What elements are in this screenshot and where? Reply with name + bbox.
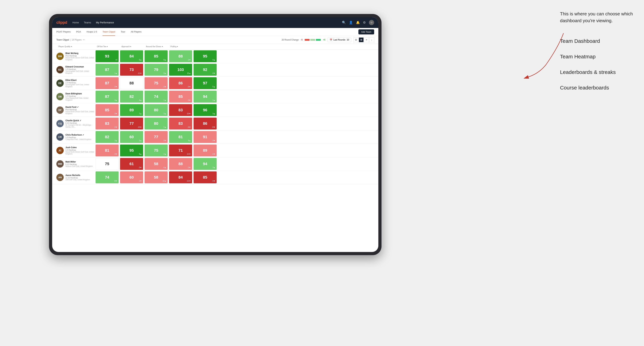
player-club: St. George's Hill GC - Weybridge - Surre…: [66, 124, 95, 128]
team-count: 14 Players: [72, 39, 82, 41]
subnav: PGAT Players PGA Hcaps 1-5 Team Clippd T…: [52, 28, 378, 36]
col-around-green[interactable]: Around the Green ▾: [144, 44, 168, 49]
last-rounds-value: 20: [347, 39, 349, 41]
subnav-all-players[interactable]: All Players: [131, 28, 142, 36]
notification-icon[interactable]: 🔔: [356, 21, 360, 24]
table-row[interactable]: ECEdward Crossman1-5 HandicapSunningdale…: [52, 63, 378, 77]
player-club: Sunningdale Golf Club, United Kingdom: [66, 70, 95, 74]
user-avatar[interactable]: U: [369, 20, 374, 25]
download-button[interactable]: ↓: [369, 37, 374, 42]
player-handicap: 6-10 Handicap: [66, 163, 95, 165]
table-body: BMBlair McHargPlus HandicapRoyal North D…: [52, 50, 378, 252]
subnav-pgat[interactable]: PGAT Players: [56, 28, 70, 36]
player-name: Dave Billingham: [66, 92, 95, 95]
table-row[interactable]: MMMatt Miller6-10 HandicapWoburn Golf Cl…: [52, 157, 378, 171]
score-cell-around_green: 84-21▼: [169, 172, 192, 183]
score-cell-off_tee: 60-1▼: [120, 172, 143, 183]
subnav-tour[interactable]: Tour: [121, 28, 125, 36]
table-row[interactable]: DFDavid Ford ✓Plus HandicapRoyal North D…: [52, 103, 378, 117]
team-name: Team Clippd: [56, 38, 69, 41]
add-team-button[interactable]: Add Team: [358, 29, 374, 34]
score-cell-approach: 799▲: [144, 64, 168, 76]
score-cell-putting: 91-3▼: [194, 131, 217, 143]
score-cell-around_green: 88-2▼: [169, 158, 192, 170]
score-cell-off_tee: 77-14▼: [120, 118, 143, 130]
player-handicap: 11-15 Handicap: [66, 177, 95, 179]
score-cell-around_green: 71-11▼: [169, 145, 192, 156]
grid-view-button[interactable]: ⊞: [354, 37, 358, 42]
score-cell-around_green: 83-10▼: [169, 104, 192, 116]
subnav-team-clippd[interactable]: Team Clippd: [102, 28, 115, 36]
table-row[interactable]: EEElliot Ebert1-5 HandicapSunningdale Go…: [52, 77, 378, 90]
player-name: Charlie Quick ✓: [66, 119, 95, 122]
nav-item-home[interactable]: Home: [72, 21, 79, 24]
player-name: Matt Miller: [66, 161, 95, 163]
table-row[interactable]: DBDave Billingham1-5 HandicapGog Magog G…: [52, 90, 378, 103]
player-club: Gog Magog Golf Club, United Kingdom: [66, 97, 95, 101]
player-club: Drift Golf Club, United Kingdom: [66, 179, 95, 181]
score-cell-approach: 5810▲: [144, 172, 168, 183]
player-club: Royal North Devon Golf Club, United King…: [66, 111, 95, 114]
score-cell-off_tee: 88: [120, 77, 143, 89]
table-row[interactable]: ANAaron Nicholls11-15 HandicapDrift Golf…: [52, 171, 378, 184]
nav-item-my-performance[interactable]: My Performance: [96, 21, 114, 24]
col-putting[interactable]: Putting ▾: [168, 44, 193, 49]
player-avatar: DF: [56, 106, 64, 114]
col-off-tee[interactable]: Off the Tee ▾: [95, 44, 119, 49]
navbar: clippd Home Teams My Performance 🔍 👤 🔔 ⚙…: [52, 17, 378, 28]
dashboard-options-list: Team Dashboard Team Heatmap Leaderboards…: [560, 38, 634, 91]
col-approach[interactable]: Approach ▾: [119, 44, 144, 49]
score-cell-player_quality: 874▲: [96, 91, 119, 103]
profile-icon[interactable]: 👤: [349, 21, 353, 24]
subnav-pga[interactable]: PGA: [76, 28, 81, 36]
player-name: Chris Robertson ✓: [66, 134, 95, 136]
player-details: Chris Robertson ✓1-5 HandicapCraigmillar…: [66, 134, 95, 140]
settings-icon[interactable]: ⚙: [363, 21, 366, 24]
round-change-label: 20 Round Change: [282, 39, 298, 41]
subnav-hcaps[interactable]: Hcaps 1-5: [86, 28, 97, 36]
score-cell-player_quality: 93+4: [96, 50, 119, 62]
score-cell-around_green: 814▲: [169, 131, 192, 143]
nav-item-teams[interactable]: Teams: [84, 21, 91, 24]
table-header: Player Quality ▾ Off the Tee ▾ Approach …: [52, 44, 378, 50]
player-info-cell: EEElliot Ebert1-5 HandicapSunningdale Go…: [56, 78, 95, 89]
heatmap-gradient-bar: [305, 39, 321, 41]
heatmap-view-button[interactable]: ⊠: [359, 37, 364, 42]
player-info-cell: CQCharlie Quick ✓6-10 HandicapSt. George…: [56, 118, 95, 129]
annotation-container: This is where you can choose which dashb…: [560, 10, 634, 100]
nav-icons: 🔍 👤 🔔 ⚙ U: [342, 20, 374, 25]
score-cell-player_quality: 83-3▼: [96, 118, 119, 130]
score-cell-putting: 85-4▼: [194, 172, 217, 183]
nav-logo: clippd: [56, 20, 67, 25]
score-cell-off_tee: 897▲: [120, 104, 143, 116]
table-row[interactable]: JCJosh Coles1-5 HandicapRoyal North Devo…: [52, 144, 378, 157]
col-player-quality[interactable]: Player Quality ▾: [56, 44, 95, 49]
player-name: Aaron Nicholls: [66, 174, 95, 176]
player-avatar: CR: [56, 133, 64, 141]
table-row[interactable]: BMBlair McHargPlus HandicapRoyal North D…: [52, 50, 378, 63]
player-details: Charlie Quick ✓6-10 HandicapSt. George's…: [66, 119, 95, 128]
player-handicap: 1-5 Handicap: [66, 149, 95, 151]
player-name: Elliot Ebert: [66, 79, 95, 81]
table-row[interactable]: CRChris Robertson ✓1-5 HandicapCraigmill…: [52, 130, 378, 144]
score-cell-putting: 963▲: [194, 104, 217, 116]
edit-team-icon[interactable]: ✏: [83, 38, 85, 41]
player-avatar: DB: [56, 93, 64, 100]
player-info-cell: JCJosh Coles1-5 HandicapRoyal North Devo…: [56, 145, 95, 156]
player-info-cell: ANAaron Nicholls11-15 HandicapDrift Golf…: [56, 172, 95, 182]
team-header: Team Clippd | 14 Players ✏ 20 Round Chan…: [52, 36, 378, 44]
score-cell-around_green: 10315▲: [169, 64, 192, 76]
score-cell-off_tee: 61-3▼: [120, 158, 143, 170]
player-avatar: MM: [56, 160, 64, 168]
player-handicap: Plus Handicap: [66, 55, 95, 57]
team-divider: |: [70, 39, 70, 41]
player-details: Matt Miller6-10 HandicapWoburn Golf Club…: [66, 161, 95, 167]
player-details: Elliot Ebert1-5 HandicapSunningdale Golf…: [66, 79, 95, 88]
table-row[interactable]: CQCharlie Quick ✓6-10 HandicapSt. George…: [52, 117, 378, 130]
tablet-frame: clippd Home Teams My Performance 🔍 👤 🔔 ⚙…: [49, 14, 382, 255]
list-view-button[interactable]: ≡: [364, 37, 369, 42]
last-rounds-button[interactable]: 📅 Last Rounds: 20: [328, 37, 352, 42]
score-cell-approach: 584▲: [144, 158, 168, 170]
search-icon[interactable]: 🔍: [342, 21, 346, 24]
neg-change: -5: [301, 39, 303, 41]
